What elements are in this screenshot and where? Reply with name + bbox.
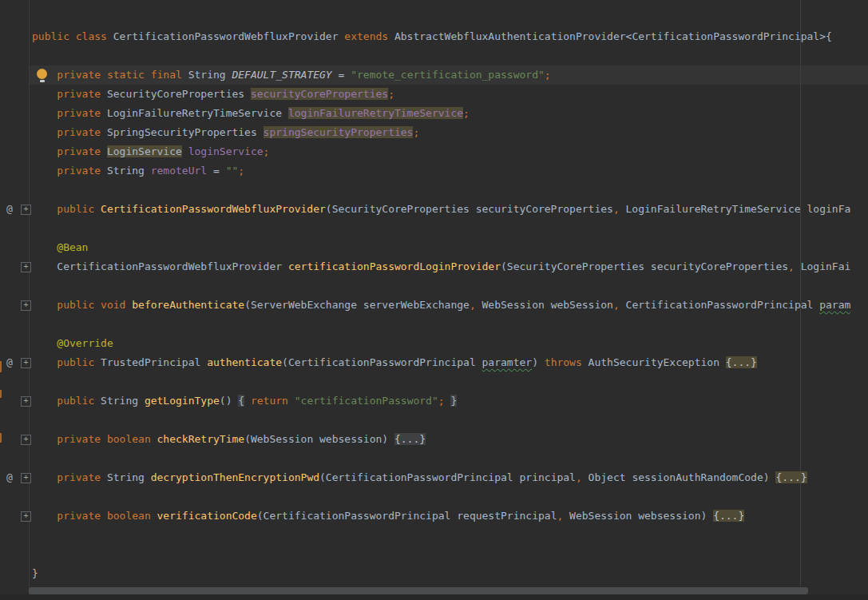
code-token: public class <box>32 30 113 42</box>
code-token: decryptionThenEncryptionPwd <box>151 471 319 483</box>
code-token: , <box>576 471 582 483</box>
bottom-window-edge <box>0 594 868 600</box>
code-line[interactable]: private SpringSecurityProperties springS… <box>32 123 419 142</box>
code-token: , <box>470 299 476 311</box>
code-token: AbstractWebfluxAuthenticationProvider<Ce… <box>394 30 832 42</box>
code-token: (CertificationPasswordPrincipal principa… <box>319 471 576 483</box>
code-token: ; <box>413 126 419 138</box>
code-token: DEFAULT_STRATEGY <box>232 69 331 81</box>
code-token: private <box>32 471 107 483</box>
code-line[interactable]: private boolean verificationCode(Certifi… <box>32 507 744 526</box>
code-token: public <box>32 203 101 215</box>
code-token: ; <box>545 69 551 81</box>
code-line[interactable]: private String decryptionThenEncryptionP… <box>32 468 807 487</box>
code-token: {...} <box>713 510 744 522</box>
code-line[interactable]: CertificationPasswordWebfluxProvider cer… <box>32 257 850 276</box>
code-token: } <box>32 567 38 579</box>
code-line[interactable]: public void beforeAuthenticate(ServerWeb… <box>32 296 850 315</box>
code-line[interactable]: public TrustedPrincipal authenticate(Cer… <box>32 353 757 372</box>
code-token: private <box>32 107 107 119</box>
code-token: SecurityCoreProperties <box>107 88 251 100</box>
code-token: return <box>251 395 295 407</box>
code-token: private <box>32 145 107 157</box>
bulb-base <box>40 80 45 82</box>
code-token: (CertificationPasswordPrincipal <box>282 356 482 368</box>
code-token: beforeAuthenticate <box>132 299 244 311</box>
fold-marker-icon[interactable]: + <box>21 511 31 522</box>
code-line[interactable]: private String remoteUrl = ""; <box>32 161 244 181</box>
code-line[interactable]: private boolean checkRetryTime(WebSessio… <box>32 430 426 449</box>
code-token: "certificationPassword" <box>295 395 438 407</box>
code-token: springSecurityProperties <box>264 126 414 138</box>
code-token: (SecurityCoreProperties securityCoreProp… <box>501 260 788 272</box>
code-token: , <box>788 260 795 272</box>
code-token: () <box>220 395 238 407</box>
code-token: (SecurityCoreProperties securityCoreProp… <box>326 203 613 215</box>
fold-marker-icon[interactable]: + <box>21 435 31 445</box>
code-token: checkRetryTime <box>157 433 245 445</box>
code-token: ; <box>238 165 244 177</box>
code-token: {...} <box>775 471 807 483</box>
code-line[interactable]: private static final String DEFAULT_STRA… <box>32 66 551 85</box>
code-line[interactable]: private SecurityCoreProperties securityC… <box>32 85 394 104</box>
code-token: LoginFailureRetryTimeService loginFa <box>620 203 851 215</box>
code-token: LoginService <box>107 145 182 157</box>
annotation-gutter-icon[interactable]: @ <box>3 353 16 372</box>
code-token: Object sessionAuthRandomCode) <box>582 471 776 483</box>
code-token: String <box>107 471 151 483</box>
code-line[interactable]: public CertificationPasswordWebfluxProvi… <box>32 200 850 219</box>
code-token: @Override <box>32 337 113 349</box>
code-token: CertificationPasswordWebfluxProvider <box>32 260 288 272</box>
code-token: LoginFai <box>795 260 850 272</box>
code-token: CertificationPasswordPrincipal <box>620 299 819 311</box>
code-token: ; <box>264 145 270 157</box>
code-token: public <box>32 356 101 368</box>
annotation-gutter-icon[interactable]: @ <box>3 200 16 219</box>
code-token: CertificationPasswordWebfluxProvider <box>101 203 326 215</box>
bulb-glass <box>37 69 47 79</box>
code-token: ; <box>388 88 394 100</box>
code-line[interactable]: public class CertificationPasswordWebflu… <box>32 27 832 46</box>
fold-marker-icon[interactable]: + <box>21 396 31 407</box>
code-line[interactable]: private LoginFailureRetryTimeService log… <box>32 104 470 123</box>
code-token: getLoginType <box>145 395 220 407</box>
code-area[interactable]: public class CertificationPasswordWebflu… <box>0 0 868 600</box>
code-token: paramter <box>482 356 533 368</box>
code-token: authenticate <box>207 356 282 368</box>
code-token: , <box>613 203 620 215</box>
code-token: AuthSecurityException <box>589 356 726 368</box>
code-token: (ServerWebExchange serverWebExchange <box>244 299 470 311</box>
code-token: String <box>101 395 145 407</box>
fold-marker-icon[interactable]: + <box>21 473 31 483</box>
code-token: {...} <box>394 433 426 445</box>
code-line[interactable]: public String getLoginType() { return "c… <box>32 391 457 411</box>
code-token: { <box>238 395 244 407</box>
fold-marker-icon[interactable]: + <box>21 205 31 215</box>
fold-marker-icon[interactable]: + <box>21 262 31 272</box>
fold-marker-icon[interactable]: + <box>21 300 31 311</box>
code-line[interactable]: } <box>32 564 38 583</box>
code-token: (CertificationPasswordPrincipal requestP… <box>257 510 557 522</box>
code-token: WebSession websession) <box>563 510 713 522</box>
code-token: ; <box>463 107 470 119</box>
code-token: } <box>450 395 457 407</box>
code-token: loginService <box>188 145 264 157</box>
code-line[interactable]: @Bean <box>32 238 88 257</box>
code-line[interactable]: @Override <box>32 334 113 353</box>
intention-bulb-icon[interactable] <box>37 69 47 82</box>
code-token: certificationPasswordLoginProvider <box>288 260 501 272</box>
code-editor: { "editor": { "colors": { "background": … <box>0 0 868 600</box>
code-token: = <box>207 165 225 177</box>
change-marker <box>0 433 2 443</box>
code-token: securityCoreProperties <box>251 88 388 100</box>
code-token: ; <box>438 395 445 407</box>
fold-marker-icon[interactable]: + <box>21 358 31 368</box>
code-token: SpringSecurityProperties <box>107 126 264 138</box>
annotation-gutter-icon[interactable]: @ <box>3 468 16 487</box>
code-token: String <box>188 69 232 81</box>
code-line[interactable]: private LoginService loginService; <box>32 142 269 161</box>
horizontal-scrollbar-thumb[interactable] <box>29 587 808 594</box>
code-token: private boolean <box>32 510 157 522</box>
code-token: throws <box>545 356 589 368</box>
code-token <box>244 395 251 407</box>
